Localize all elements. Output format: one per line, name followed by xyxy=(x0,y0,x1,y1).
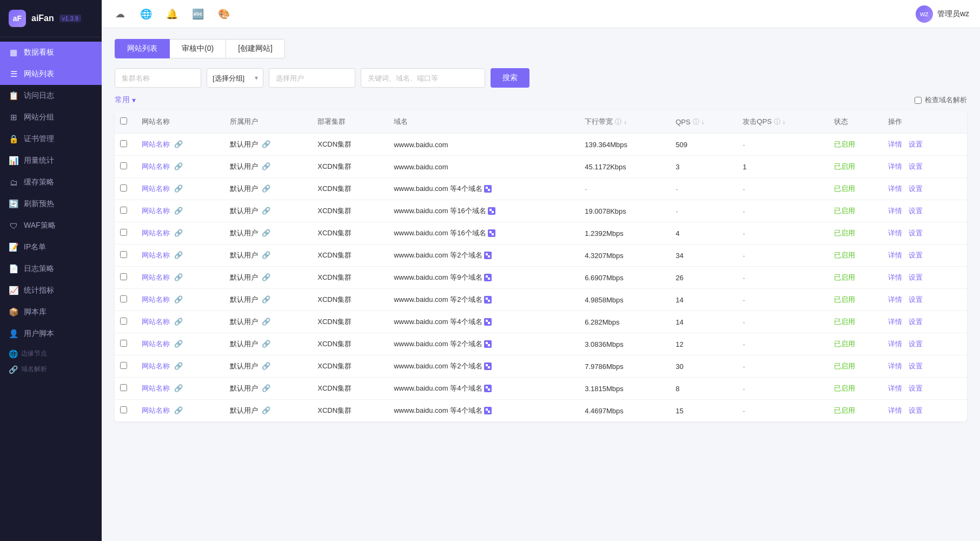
sidebar-item-script-lib[interactable]: 📦 脚本库 xyxy=(0,301,102,323)
settings-action[interactable]: 设置 xyxy=(909,384,923,392)
row-checkbox[interactable] xyxy=(120,340,127,347)
row-checkbox[interactable] xyxy=(120,207,127,214)
domain-tag-icon[interactable] xyxy=(484,318,492,326)
common-label[interactable]: 常用 ▾ xyxy=(115,95,136,105)
user-copy-icon[interactable]: 🔗 xyxy=(262,384,270,392)
domain-tag-icon[interactable] xyxy=(484,340,492,348)
th-qps[interactable]: QPS ⓘ ↓ xyxy=(670,110,737,134)
translate-icon[interactable]: 🔤 xyxy=(190,6,206,22)
copy-icon[interactable]: 🔗 xyxy=(174,362,183,370)
site-name-link[interactable]: 网站名称 xyxy=(142,140,170,148)
user-copy-icon[interactable]: 🔗 xyxy=(262,362,270,370)
settings-action[interactable]: 设置 xyxy=(909,362,923,370)
row-checkbox[interactable] xyxy=(120,384,127,391)
user-copy-icon[interactable]: 🔗 xyxy=(262,140,270,148)
user-copy-icon[interactable]: 🔗 xyxy=(262,295,270,304)
cluster-name-input[interactable] xyxy=(115,68,201,88)
row-checkbox[interactable] xyxy=(120,251,127,258)
site-name-link[interactable]: 网站名称 xyxy=(142,207,170,215)
settings-action[interactable]: 设置 xyxy=(909,273,923,281)
row-checkbox[interactable] xyxy=(120,184,127,192)
detail-action[interactable]: 详情 xyxy=(888,140,902,148)
domain-tag-icon[interactable] xyxy=(484,252,492,259)
settings-action[interactable]: 设置 xyxy=(909,251,923,259)
settings-action[interactable]: 设置 xyxy=(909,229,923,237)
copy-icon[interactable]: 🔗 xyxy=(174,384,183,392)
sidebar-item-log-policy[interactable]: 📄 日志策略 xyxy=(0,258,102,280)
sidebar-item-site-group[interactable]: ⊞ 网站分组 xyxy=(0,107,102,128)
copy-icon[interactable]: 🔗 xyxy=(174,318,183,326)
settings-action[interactable]: 设置 xyxy=(909,140,923,148)
settings-action[interactable]: 设置 xyxy=(909,318,923,326)
copy-icon[interactable]: 🔗 xyxy=(174,406,183,414)
domain-tag-icon[interactable] xyxy=(484,185,492,193)
copy-icon[interactable]: 🔗 xyxy=(174,340,183,348)
copy-icon[interactable]: 🔗 xyxy=(174,184,183,193)
copy-icon[interactable]: 🔗 xyxy=(174,273,183,281)
copy-icon[interactable]: 🔗 xyxy=(174,140,183,148)
bell-icon[interactable]: 🔔 xyxy=(164,6,180,22)
domain-tag-icon[interactable] xyxy=(488,229,495,237)
site-name-link[interactable]: 网站名称 xyxy=(142,184,170,193)
settings-action[interactable]: 设置 xyxy=(909,184,923,193)
settings-action[interactable]: 设置 xyxy=(909,162,923,170)
th-bandwidth[interactable]: 下行带宽 ⓘ ↓ xyxy=(579,110,670,134)
sidebar-item-waf[interactable]: 🛡 WAF策略 xyxy=(0,215,102,236)
sidebar-item-dashboard[interactable]: ▦ 数据看板 xyxy=(0,42,102,63)
user-copy-icon[interactable]: 🔗 xyxy=(262,207,270,215)
user-copy-icon[interactable]: 🔗 xyxy=(262,340,270,348)
sidebar-item-cert[interactable]: 🔒 证书管理 xyxy=(0,128,102,150)
domain-tag-icon[interactable] xyxy=(488,207,495,215)
row-checkbox[interactable] xyxy=(120,406,127,413)
domain-tag-icon[interactable] xyxy=(484,362,492,370)
select-all-checkbox[interactable] xyxy=(120,117,127,124)
site-name-link[interactable]: 网站名称 xyxy=(142,340,170,348)
row-checkbox[interactable] xyxy=(120,162,127,169)
detail-action[interactable]: 详情 xyxy=(888,362,902,370)
palette-icon[interactable]: 🎨 xyxy=(216,6,231,22)
site-name-link[interactable]: 网站名称 xyxy=(142,362,170,370)
site-name-link[interactable]: 网站名称 xyxy=(142,162,170,170)
copy-icon[interactable]: 🔗 xyxy=(174,229,183,237)
domain-tag-icon[interactable] xyxy=(484,296,492,304)
keyword-input[interactable] xyxy=(361,68,485,88)
sidebar-item-stats[interactable]: 📈 统计指标 xyxy=(0,280,102,301)
sidebar-item-site-list[interactable]: ☰ 网站列表 xyxy=(0,63,102,85)
row-checkbox[interactable] xyxy=(120,273,127,280)
detail-action[interactable]: 详情 xyxy=(888,340,902,348)
domain-tag-icon[interactable] xyxy=(484,407,492,414)
cloud-icon[interactable]: ☁ xyxy=(112,6,128,22)
sidebar-item-traffic[interactable]: 📊 用量统计 xyxy=(0,150,102,171)
settings-action[interactable]: 设置 xyxy=(909,406,923,414)
sidebar-item-access-log[interactable]: 📋 访问日志 xyxy=(0,85,102,107)
globe-icon[interactable]: 🌐 xyxy=(138,6,154,22)
site-name-link[interactable]: 网站名称 xyxy=(142,251,170,259)
user-copy-icon[interactable]: 🔗 xyxy=(262,251,270,259)
row-checkbox[interactable] xyxy=(120,318,127,325)
detail-action[interactable]: 详情 xyxy=(888,295,902,304)
copy-icon[interactable]: 🔗 xyxy=(174,295,183,304)
sidebar-item-cache[interactable]: 🗂 缓存策略 xyxy=(0,171,102,193)
user-copy-icon[interactable]: 🔗 xyxy=(262,406,270,414)
detail-action[interactable]: 详情 xyxy=(888,184,902,193)
site-name-link[interactable]: 网站名称 xyxy=(142,229,170,237)
detail-action[interactable]: 详情 xyxy=(888,318,902,326)
topbar-user[interactable]: wz 管理员wz xyxy=(916,5,969,23)
search-button[interactable]: 搜索 xyxy=(491,68,529,88)
detail-action[interactable]: 详情 xyxy=(888,384,902,392)
user-copy-icon[interactable]: 🔗 xyxy=(262,318,270,326)
site-name-link[interactable]: 网站名称 xyxy=(142,273,170,281)
settings-action[interactable]: 设置 xyxy=(909,340,923,348)
row-checkbox[interactable] xyxy=(120,229,127,236)
site-name-link[interactable]: 网站名称 xyxy=(142,295,170,304)
detail-action[interactable]: 详情 xyxy=(888,273,902,281)
copy-icon[interactable]: 🔗 xyxy=(174,162,183,170)
sidebar-item-refresh[interactable]: 🔄 刷新预热 xyxy=(0,193,102,215)
domain-check-checkbox[interactable] xyxy=(915,97,922,104)
group-select[interactable]: [选择分组]默认分组自定义分组 xyxy=(207,68,263,88)
user-select-input[interactable] xyxy=(269,68,355,88)
settings-action[interactable]: 设置 xyxy=(909,207,923,215)
user-copy-icon[interactable]: 🔗 xyxy=(262,162,270,170)
detail-action[interactable]: 详情 xyxy=(888,251,902,259)
user-copy-icon[interactable]: 🔗 xyxy=(262,229,270,237)
